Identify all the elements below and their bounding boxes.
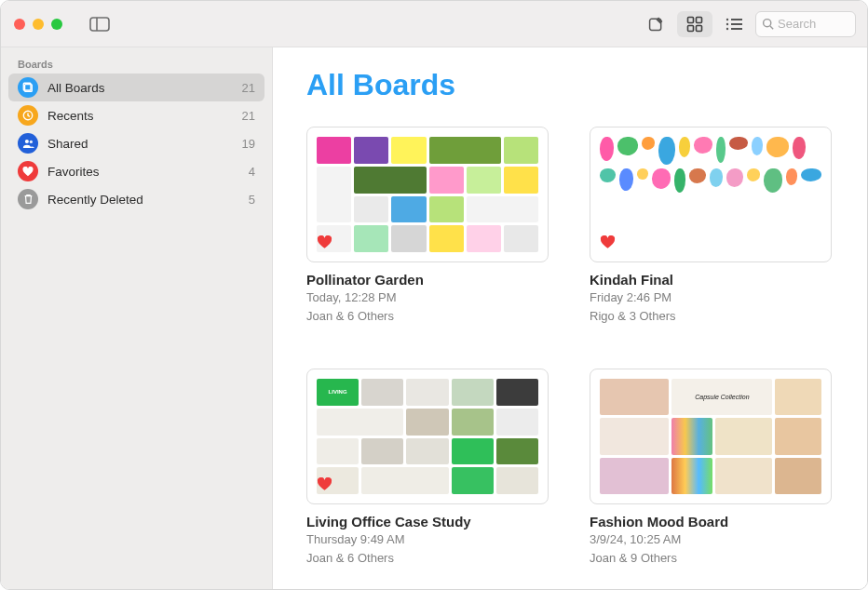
list-icon — [725, 17, 743, 32]
main-content: All Boards — [273, 47, 867, 589]
board-thumbnail: Capsule Collection — [590, 369, 832, 504]
board-card[interactable]: Capsule Collection Fashion Mood Board 3/… — [590, 369, 832, 566]
sidebar-item-count: 19 — [242, 137, 255, 151]
sidebar-item-label: Shared — [47, 137, 233, 151]
grid-icon — [686, 16, 703, 33]
maximize-window-button[interactable] — [51, 19, 62, 30]
all-boards-icon — [18, 77, 38, 98]
search-input[interactable] — [778, 17, 849, 31]
sidebar-item-shared[interactable]: Shared 19 — [1, 129, 272, 157]
titlebar — [1, 1, 867, 47]
favorite-heart-icon — [317, 477, 332, 494]
minimize-window-button[interactable] — [33, 19, 44, 30]
board-title: Living Office Case Study — [306, 514, 549, 530]
board-thumbnail — [306, 127, 549, 262]
sidebar-item-label: Recents — [47, 109, 233, 123]
search-field[interactable] — [755, 11, 856, 37]
sidebar-item-label: Favorites — [47, 165, 239, 179]
sidebar-item-label: Recently Deleted — [47, 193, 239, 207]
board-timestamp: Today, 12:28 PM — [306, 289, 549, 306]
toolbar-right — [638, 1, 856, 47]
sidebar-item-count: 5 — [249, 193, 255, 207]
svg-rect-6 — [697, 25, 702, 31]
svg-point-18 — [24, 140, 28, 143]
board-sharing: Joan & 6 Others — [306, 550, 549, 567]
board-card[interactable]: Pollinator Garden Today, 12:28 PM Joan &… — [306, 127, 549, 324]
svg-point-7 — [726, 18, 728, 20]
sidebar-item-recents[interactable]: Recents 21 — [1, 101, 272, 129]
board-title: Pollinator Garden — [306, 272, 549, 288]
svg-point-9 — [726, 22, 728, 24]
svg-point-13 — [764, 20, 771, 27]
board-sharing: Joan & 9 Others — [590, 550, 832, 567]
board-card[interactable]: LIVING Living Office — [306, 369, 549, 566]
view-list-button[interactable] — [716, 11, 752, 37]
favorite-heart-icon — [317, 235, 332, 252]
svg-rect-0 — [90, 18, 109, 31]
toggle-sidebar-button[interactable] — [88, 16, 111, 33]
board-timestamp: Friday 2:46 PM — [590, 289, 832, 306]
window-body: Boards All Boards 21 Recents 21 — [1, 47, 867, 589]
trash-icon — [18, 189, 38, 209]
svg-rect-4 — [697, 17, 702, 22]
compose-icon — [647, 15, 665, 33]
view-grid-button[interactable] — [677, 11, 712, 37]
favorite-heart-icon — [600, 235, 616, 252]
svg-point-11 — [726, 27, 728, 29]
sidebar-section-header: Boards — [1, 53, 272, 74]
sidebar: Boards All Boards 21 Recents 21 — [1, 47, 273, 589]
sidebar-item-label: All Boards — [47, 81, 233, 95]
boards-grid: Pollinator Garden Today, 12:28 PM Joan &… — [306, 127, 834, 566]
board-title: Kindah Final — [590, 272, 832, 288]
new-board-button[interactable] — [638, 11, 673, 37]
thumbnail-art: Capsule Collection — [600, 379, 821, 494]
svg-rect-5 — [688, 25, 694, 31]
heart-icon — [18, 161, 38, 181]
people-icon — [18, 133, 38, 154]
search-icon — [762, 18, 774, 30]
board-title: Fashion Mood Board — [590, 514, 832, 530]
svg-line-14 — [770, 26, 773, 29]
sidebar-item-all-boards[interactable]: All Boards 21 — [8, 74, 264, 101]
thumbnail-art: LIVING — [317, 379, 538, 494]
sidebar-item-count: 21 — [242, 109, 255, 123]
page-title: All Boards — [306, 68, 834, 102]
sidebar-icon — [89, 17, 110, 32]
board-sharing: Rigo & 3 Others — [590, 308, 832, 325]
thumbnail-art — [317, 137, 538, 252]
sidebar-item-count: 21 — [242, 81, 255, 95]
clock-icon — [18, 105, 38, 126]
close-window-button[interactable] — [14, 19, 25, 30]
window-controls — [14, 19, 62, 30]
sidebar-item-favorites[interactable]: Favorites 4 — [1, 157, 272, 185]
board-timestamp: 3/9/24, 10:25 AM — [590, 531, 832, 548]
sidebar-item-count: 4 — [249, 165, 255, 179]
board-card[interactable]: Kindah Final Friday 2:46 PM Rigo & 3 Oth… — [590, 127, 832, 324]
board-sharing: Joan & 6 Others — [306, 308, 549, 325]
svg-point-19 — [29, 141, 32, 143]
board-thumbnail: LIVING — [306, 369, 549, 504]
svg-rect-3 — [688, 17, 694, 22]
board-thumbnail — [590, 127, 832, 262]
board-timestamp: Thursday 9:49 AM — [306, 531, 549, 548]
thumbnail-art — [600, 137, 821, 252]
sidebar-item-recently-deleted[interactable]: Recently Deleted 5 — [1, 185, 272, 213]
